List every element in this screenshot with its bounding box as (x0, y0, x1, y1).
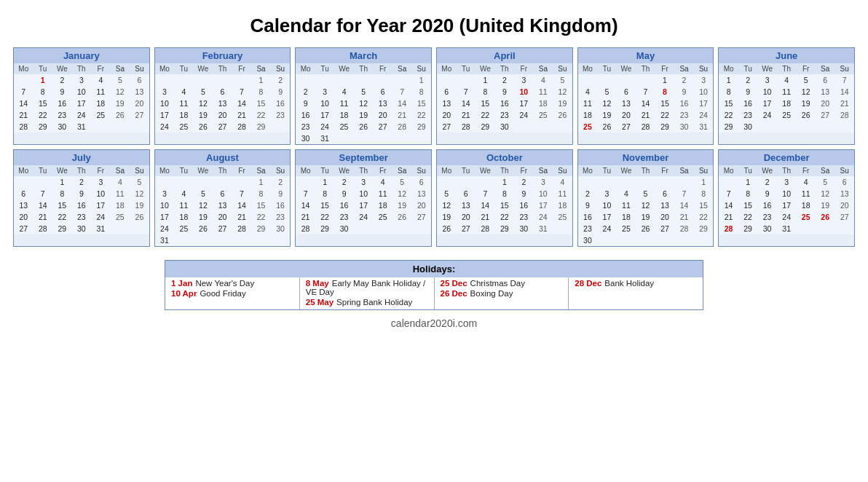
day-cell: 20 (14, 211, 33, 223)
day-cell: 11 (777, 86, 797, 98)
day-cell: 5 (553, 74, 572, 86)
holidays-body: 1 JanNew Year's Day10 AprGood Friday8 Ma… (165, 277, 703, 309)
day-cell: 1 (52, 176, 72, 188)
month-header: October (437, 150, 572, 165)
day-cell (194, 176, 213, 188)
day-cell (816, 121, 835, 133)
day-header: Sa (392, 63, 412, 74)
day-cell: 30 (72, 223, 92, 234)
day-cell: 16 (495, 98, 515, 109)
day-cell: 11 (91, 86, 111, 98)
day-cell: 8 (251, 188, 271, 199)
day-cell: 25 (174, 223, 194, 234)
day-header: Mo (578, 63, 598, 74)
day-cell (14, 176, 33, 188)
holiday-date: 25 May (306, 298, 334, 307)
day-cell: 4 (617, 188, 636, 199)
day-cell (457, 176, 476, 188)
day-cell: 18 (617, 211, 636, 223)
day-header: Mo (437, 165, 457, 176)
day-cell (373, 74, 392, 86)
day-header: Mo (14, 165, 33, 176)
day-cell: 8 (495, 188, 515, 199)
day-cell (636, 234, 655, 246)
day-header: Th (777, 165, 797, 176)
day-cell (514, 121, 534, 133)
day-cell (155, 176, 175, 188)
month-april: AprilMoTuWeThFrSaSu123456789101112131415… (436, 47, 573, 145)
day-header: Fr (514, 63, 534, 74)
day-cell: 13 (835, 188, 854, 199)
day-cell: 5 (130, 176, 149, 188)
day-cell: 16 (52, 98, 72, 109)
day-cell: 20 (835, 199, 854, 211)
day-cell (476, 176, 495, 188)
day-header: Sa (392, 165, 412, 176)
day-cell: 13 (213, 199, 232, 211)
day-cell: 28 (296, 223, 315, 234)
day-cell: 21 (719, 211, 738, 223)
day-cell: 3 (354, 176, 374, 188)
month-header: June (719, 48, 854, 63)
day-cell: 4 (111, 176, 130, 188)
day-cell (437, 74, 457, 86)
day-cell: 6 (373, 86, 392, 98)
day-header: Su (271, 63, 291, 74)
day-cell (334, 74, 354, 86)
day-cell (597, 234, 617, 246)
day-cell: 3 (72, 74, 92, 86)
day-cell: 5 (194, 86, 213, 98)
day-header: Sa (251, 63, 271, 74)
day-cell: 23 (495, 109, 515, 121)
day-cell: 14 (476, 199, 495, 211)
day-cell: 24 (694, 109, 714, 121)
day-cell: 20 (411, 199, 431, 211)
day-cell: 15 (251, 199, 271, 211)
day-header: Tu (597, 63, 617, 74)
day-cell: 12 (636, 199, 655, 211)
day-cell: 16 (578, 211, 598, 223)
day-cell: 9 (52, 86, 72, 98)
day-cell: 1 (655, 74, 675, 86)
day-header: We (757, 63, 777, 74)
day-cell (354, 74, 374, 86)
day-cell: 20 (437, 109, 457, 121)
holiday-name: Boxing Day (470, 289, 513, 298)
day-cell: 1 (251, 74, 271, 86)
holiday-item: 10 AprGood Friday (171, 289, 293, 298)
day-cell (655, 234, 675, 246)
day-cell: 2 (52, 74, 72, 86)
holiday-item: 8 MayEarly May Bank Holiday / VE Day (306, 279, 428, 296)
day-cell: 28 (232, 121, 252, 133)
day-cell: 5 (354, 86, 374, 98)
day-cell: 26 (796, 109, 816, 121)
day-cell: 6 (213, 188, 232, 199)
day-cell: 11 (334, 98, 354, 109)
day-cell: 27 (411, 211, 431, 223)
day-cell (174, 176, 194, 188)
holiday-name: New Year's Day (195, 279, 254, 288)
day-header: Fr (655, 165, 675, 176)
day-cell (91, 121, 111, 133)
day-cell: 27 (14, 223, 33, 234)
day-header: Sa (674, 63, 694, 74)
day-cell: 22 (251, 211, 271, 223)
day-cell (597, 176, 617, 188)
day-cell: 18 (111, 199, 130, 211)
day-header: Tu (33, 165, 53, 176)
day-cell: 16 (296, 109, 315, 121)
day-cell: 2 (757, 176, 777, 188)
day-cell: 14 (392, 98, 412, 109)
day-cell: 12 (194, 98, 213, 109)
day-cell: 15 (476, 98, 495, 109)
day-cell (553, 121, 572, 133)
page-title: Calendar for Year 2020 (United Kingdom) (7, 15, 861, 37)
holiday-date: 25 Dec (441, 279, 467, 288)
day-cell: 2 (296, 86, 315, 98)
day-header: Su (835, 63, 854, 74)
day-cell: 12 (354, 98, 374, 109)
day-cell: 28 (636, 121, 655, 133)
day-header: Sa (816, 165, 835, 176)
day-cell: 13 (655, 199, 675, 211)
month-september: SeptemberMoTuWeThFrSaSu12345678910111213… (295, 149, 432, 247)
